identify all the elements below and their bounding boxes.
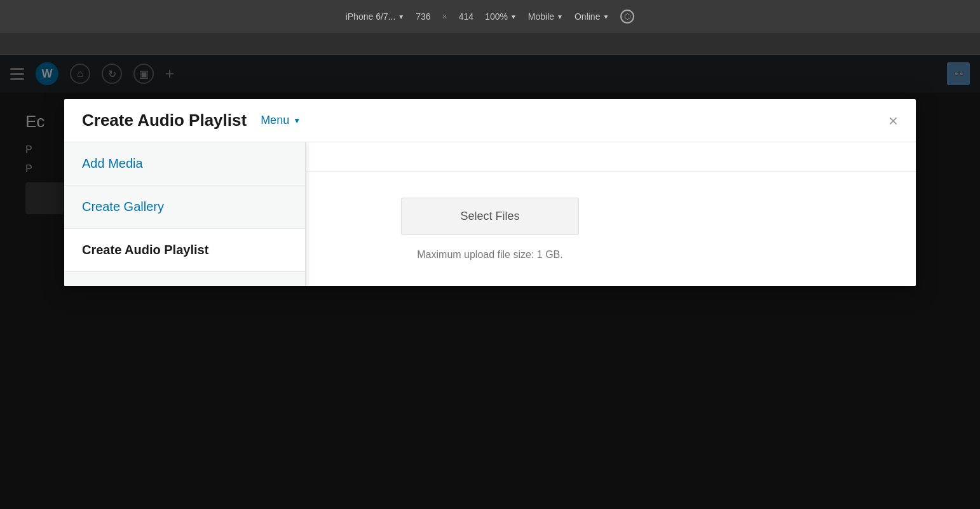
dimension-separator: × — [442, 11, 447, 22]
modal-body: Add Media Create Gallery Create Audio Pl… — [64, 142, 916, 286]
mode-selector[interactable]: Mobile ▼ — [528, 11, 563, 22]
connection-label: Online — [575, 11, 600, 22]
rotate-icon[interactable]: ⬡ — [620, 10, 634, 24]
modal-header: Create Audio Playlist Menu ▼ × — [64, 99, 916, 142]
modal-close-button[interactable]: × — [888, 112, 898, 129]
select-files-button[interactable]: Select Files — [401, 198, 579, 235]
zoom-chevron-icon: ▼ — [510, 13, 517, 20]
connection-selector[interactable]: Online ▼ — [575, 11, 609, 22]
browser-toolbar: iPhone 6/7... ▼ 736 × 414 100% ▼ Mobile … — [0, 0, 980, 33]
secondary-toolbar — [0, 33, 980, 55]
upload-size-hint: Maximum upload file size: 1 GB. — [417, 249, 562, 261]
device-label: iPhone 6/7... — [346, 11, 396, 22]
menu-item-create-video-playlist[interactable]: Create Video Playlist — [64, 272, 305, 286]
menu-item-create-gallery[interactable]: Create Gallery — [64, 186, 305, 229]
viewport-width: 736 — [416, 11, 430, 22]
menu-chevron-icon: ▼ — [293, 116, 301, 125]
device-chevron-icon: ▼ — [398, 13, 404, 20]
modal-title: Create Audio Playlist — [82, 111, 247, 130]
connection-chevron-icon: ▼ — [602, 13, 609, 20]
dropdown-menu: Add Media Create Gallery Create Audio Pl… — [64, 142, 306, 286]
device-selector[interactable]: iPhone 6/7... ▼ — [346, 11, 405, 22]
zoom-label: 100% — [485, 11, 508, 22]
mode-chevron-icon: ▼ — [557, 13, 563, 20]
modal-overlay: Create Audio Playlist Menu ▼ × Add Media… — [0, 55, 980, 509]
modal-dialog: Create Audio Playlist Menu ▼ × Add Media… — [64, 99, 916, 286]
zoom-selector[interactable]: 100% ▼ — [485, 11, 517, 22]
mode-label: Mobile — [528, 11, 554, 22]
menu-item-add-media[interactable]: Add Media — [64, 142, 305, 186]
menu-item-create-audio-playlist[interactable]: Create Audio Playlist — [64, 229, 305, 272]
viewport-height: 414 — [459, 11, 473, 22]
menu-label: Menu — [261, 114, 289, 127]
menu-dropdown-button[interactable]: Menu ▼ — [261, 114, 301, 127]
